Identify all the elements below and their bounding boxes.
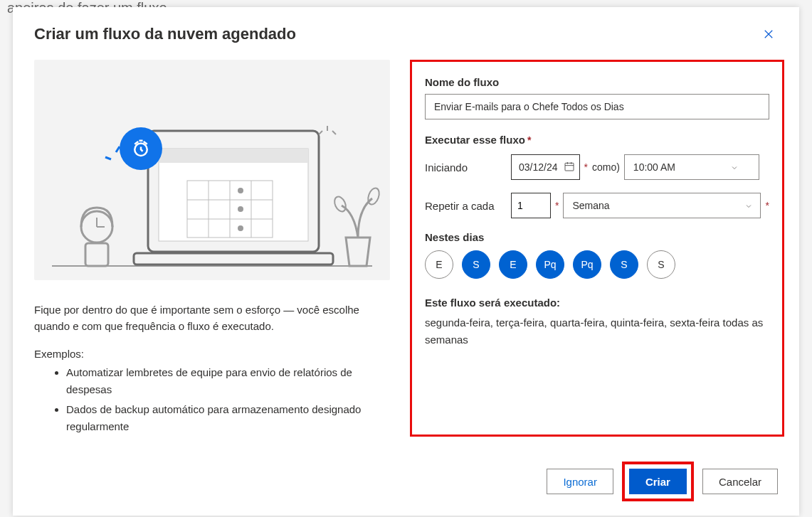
form-column: Nome do fluxo Executar esse fluxo* Inici… <box>410 60 784 437</box>
day-toggle[interactable]: E <box>425 250 453 279</box>
chevron-down-icon <box>744 201 753 210</box>
calendar-icon <box>564 161 575 174</box>
dialog-footer: Ignorar Criar Cancelar <box>34 453 778 501</box>
required-marker: * <box>555 200 559 211</box>
day-toggle[interactable]: E <box>499 250 527 279</box>
time-select[interactable]: 10:00 AM <box>624 154 759 180</box>
svg-rect-2 <box>134 253 333 265</box>
starting-row: Iniciando 03/12/24 * como) 10:00 AM <box>425 154 769 180</box>
date-picker[interactable]: 03/12/24 <box>511 154 580 180</box>
svg-point-13 <box>238 225 243 231</box>
required-marker: * <box>765 200 769 211</box>
repeat-count-input[interactable] <box>511 193 551 218</box>
schedule-heading: Este fluxo será executado: <box>425 297 769 309</box>
time-value: 10:00 AM <box>633 161 675 173</box>
skip-button[interactable]: Ignorar <box>547 469 613 494</box>
svg-point-12 <box>238 206 243 212</box>
svg-rect-17 <box>85 243 108 266</box>
date-value: 03/12/24 <box>519 161 558 173</box>
days-row: E S E Pq Pq S S <box>425 250 769 279</box>
repeat-label: Repetir a cada <box>425 200 507 212</box>
flow-name-input[interactable] <box>425 94 769 119</box>
illustration-svg <box>34 60 390 280</box>
day-toggle[interactable]: S <box>647 250 675 279</box>
day-toggle[interactable]: S <box>462 250 490 279</box>
examples-heading: Exemplos: <box>34 348 390 360</box>
day-toggle[interactable]: Pq <box>536 250 564 279</box>
clock-badge-icon <box>120 127 162 170</box>
days-label: Nestes dias <box>425 231 769 243</box>
illustration <box>34 60 390 280</box>
create-scheduled-flow-dialog: Criar um fluxo da nuvem agendado <box>13 7 799 516</box>
dialog-content: Fique por dentro do que é importante sem… <box>34 60 778 453</box>
dialog-header: Criar um fluxo da nuvem agendado <box>34 25 778 46</box>
svg-point-19 <box>332 195 348 213</box>
svg-point-18 <box>366 186 381 206</box>
starting-label: Iniciando <box>425 161 507 174</box>
schedule-text: segunda-feira, terça-feira, quarta-feira… <box>425 314 769 348</box>
repeat-unit-value: Semana <box>572 200 609 211</box>
repeat-unit-select[interactable]: Semana <box>563 193 761 218</box>
list-item: Automatizar lembretes de equipe para env… <box>66 364 390 398</box>
svg-point-11 <box>238 188 243 193</box>
info-column: Fique por dentro do que é importante sem… <box>34 60 390 453</box>
cancel-button[interactable]: Cancelar <box>702 469 778 494</box>
required-marker: * <box>584 161 588 173</box>
dialog-description: Fique por dentro do que é importante sem… <box>34 302 390 335</box>
repeat-row: Repetir a cada * Semana * <box>425 193 769 218</box>
examples-list: Automatizar lembretes de equipe para env… <box>34 364 390 435</box>
svg-rect-4 <box>159 149 308 163</box>
svg-rect-23 <box>565 163 574 171</box>
create-button[interactable]: Criar <box>629 469 687 494</box>
close-button[interactable] <box>759 25 778 46</box>
flow-name-group: Nome do fluxo <box>425 76 769 119</box>
list-item: Dados de backup automático para armazena… <box>66 401 390 435</box>
day-toggle[interactable]: Pq <box>573 250 601 279</box>
chevron-down-icon <box>730 163 739 171</box>
dialog-title: Criar um fluxo da nuvem agendado <box>34 25 296 43</box>
as-label: como) <box>592 161 620 173</box>
flow-name-label: Nome do fluxo <box>425 76 769 88</box>
create-button-highlight: Criar <box>622 462 694 501</box>
close-icon <box>762 32 775 43</box>
svg-line-21 <box>105 157 111 159</box>
day-toggle[interactable]: S <box>610 250 638 279</box>
run-flow-label: Executar esse fluxo* <box>425 134 769 146</box>
